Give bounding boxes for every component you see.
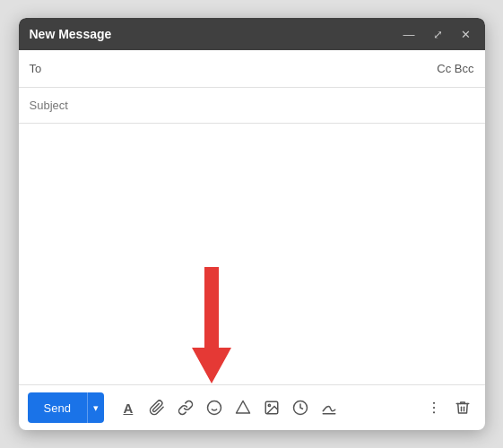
toolbar: Send ▾ A — [19, 384, 485, 430]
cc-bcc-button[interactable]: Cc Bcc — [437, 62, 473, 75]
svg-point-10 — [432, 407, 434, 409]
window-controls: — ⤢ ✕ — [400, 27, 474, 42]
emoji-icon[interactable] — [201, 394, 228, 421]
window-title: New Message — [30, 27, 112, 41]
to-row: To Cc Bcc — [19, 50, 485, 88]
toolbar-right — [421, 394, 476, 421]
svg-point-11 — [432, 411, 434, 413]
compose-window: New Message — ⤢ ✕ To Cc Bcc Send ▾ — [19, 18, 485, 430]
drive-icon[interactable] — [230, 394, 256, 421]
subject-input[interactable] — [30, 99, 474, 112]
font-icon-label: A — [123, 401, 133, 416]
to-input[interactable] — [55, 62, 430, 75]
trash-icon[interactable] — [449, 394, 476, 421]
subject-row — [19, 88, 485, 124]
minimize-button[interactable]: — — [400, 27, 419, 42]
confidential-icon[interactable] — [287, 394, 314, 421]
svg-marker-4 — [236, 401, 249, 414]
svg-point-9 — [432, 402, 434, 404]
message-body[interactable] — [19, 124, 485, 384]
title-bar: New Message — ⤢ ✕ — [19, 18, 485, 50]
to-label: To — [30, 62, 48, 75]
expand-button[interactable]: ⤢ — [429, 27, 447, 42]
link-icon[interactable] — [172, 394, 199, 421]
font-format-icon[interactable]: A — [115, 394, 142, 421]
send-options-button[interactable]: ▾ — [87, 392, 104, 423]
svg-point-6 — [268, 404, 270, 406]
send-button[interactable]: Send — [28, 392, 87, 423]
signature-icon[interactable] — [316, 394, 343, 421]
svg-point-1 — [207, 401, 221, 415]
close-button[interactable]: ✕ — [457, 27, 474, 42]
send-button-group: Send ▾ — [28, 392, 104, 423]
attach-icon[interactable] — [143, 394, 170, 421]
photo-icon[interactable] — [258, 394, 285, 421]
more-options-icon[interactable] — [421, 394, 447, 421]
